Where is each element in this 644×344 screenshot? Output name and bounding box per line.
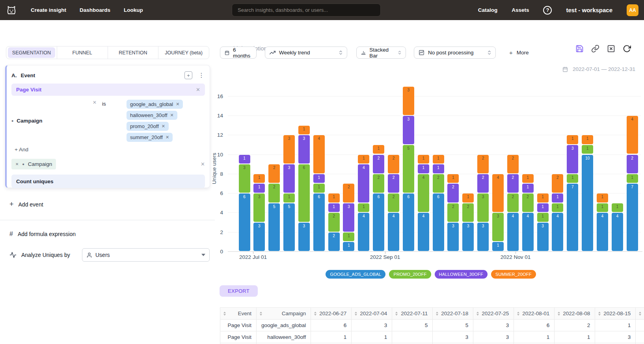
bar-segment-google_ads_global[interactable]: 3 — [537, 223, 549, 251]
bar-segment-summer_20off[interactable]: 1 — [582, 135, 593, 144]
legend-chip-summer_20off[interactable]: SUMMER_20OFF — [491, 270, 536, 279]
bar-segment-google_ads_global[interactable]: 7 — [567, 184, 578, 251]
bar-segment-summer_20off[interactable]: 1 — [433, 155, 444, 164]
date-range-button[interactable]: 6 months — [220, 46, 257, 59]
legend-chip-google_ads_global[interactable]: GOOGLE_ADS_GLOBAL — [326, 270, 385, 279]
filter-operator[interactable]: is — [102, 100, 127, 142]
nav-assets[interactable]: Assets — [512, 7, 529, 13]
bar-segment-summer_20off[interactable]: 2 — [507, 155, 519, 173]
search-input[interactable] — [232, 4, 381, 17]
bar-segment-promo_20off[interactable]: 1 — [358, 203, 369, 212]
post-processing-select[interactable]: No post processing — [414, 46, 496, 59]
sort-icon[interactable] — [355, 312, 357, 316]
table-header-2022-06-27[interactable]: 2022-06-27 — [311, 308, 352, 320]
chart-type-select[interactable]: Stacked Bar — [356, 46, 406, 59]
bar-segment-google_ads_global[interactable]: 10 — [582, 155, 593, 251]
remove-filter-icon[interactable]: ✕ — [93, 100, 97, 142]
analyze-by-select[interactable]: Users — [82, 248, 210, 262]
bar-segment-google_ads_global[interactable]: 6 — [239, 193, 250, 251]
remove-value-icon[interactable]: ✕ — [162, 124, 165, 129]
tab-segmentation[interactable]: SEGMENTATION — [6, 46, 57, 59]
table-header-2022-07-25[interactable]: 2022-07-25 — [473, 308, 514, 320]
bar-segment-summer_20off[interactable]: 4 — [627, 116, 638, 154]
user-avatar[interactable]: AA — [627, 4, 638, 16]
bar-segment-google_ads_global[interactable]: 3 — [298, 223, 310, 251]
bar-segment-halloween_30off[interactable]: 4 — [358, 164, 369, 203]
bar-segment-halloween_30off[interactable]: 1 — [253, 184, 265, 193]
nav-lookup[interactable]: Lookup — [124, 7, 143, 13]
bar-segment-promo_20off[interactable]: 1 — [597, 203, 608, 212]
bar-segment-summer_20off[interactable]: 4 — [492, 174, 504, 212]
filter-property[interactable]: Campaign — [17, 118, 42, 124]
sort-icon[interactable] — [223, 312, 226, 316]
app-logo-cat-icon[interactable] — [6, 4, 17, 16]
bar-segment-google_ads_global[interactable]: 4 — [388, 213, 399, 251]
bar-segment-halloween_30off[interactable]: 1 — [239, 155, 250, 164]
table-header-2022-08-22[interactable]: 2022-08-22 — [636, 308, 644, 320]
bar-segment-summer_20off[interactable]: 2 — [477, 155, 489, 173]
table-header-2022-07-18[interactable]: 2022-07-18 — [433, 308, 473, 320]
bar-segment-google_ads_global[interactable]: 4 — [522, 213, 534, 251]
bar-segment-halloween_30off[interactable]: 2 — [388, 174, 399, 193]
export-button[interactable]: EXPORT — [220, 285, 258, 297]
bar-segment-halloween_30off[interactable]: 1 — [433, 164, 444, 173]
bar-segment-summer_20off[interactable]: 1 — [597, 193, 608, 203]
bar-segment-promo_20off[interactable]: 2 — [447, 203, 459, 222]
bar-segment-promo_20off[interactable]: 1 — [582, 145, 593, 154]
bar-segment-google_ads_global[interactable]: 6 — [313, 193, 325, 251]
bar-segment-promo_20off[interactable]: 1 — [567, 174, 578, 183]
bar-segment-halloween_30off[interactable]: 3 — [298, 135, 310, 164]
remove-value-icon[interactable]: ✕ — [176, 102, 179, 107]
remove-breakdown-row-icon[interactable]: ✕ — [201, 161, 205, 167]
table-header-2022-07-04[interactable]: 2022-07-04 — [352, 308, 392, 320]
bar-segment-promo_20off[interactable]: 3 — [239, 164, 250, 193]
bar-segment-summer_20off[interactable]: 1 — [567, 135, 578, 144]
bar-segment-summer_20off[interactable]: 2 — [343, 184, 354, 202]
bar-segment-promo_20off[interactable]: 3 — [492, 213, 504, 241]
bar-segment-promo_20off[interactable]: 2 — [388, 193, 399, 212]
bar-segment-google_ads_global[interactable]: 4 — [507, 213, 519, 251]
table-header-2022-07-11[interactable]: 2022-07-11 — [392, 308, 433, 320]
bar-segment-google_ads_global[interactable]: 3 — [462, 223, 474, 251]
add-formula-button[interactable]: # Add formula expression — [9, 231, 76, 238]
legend-chip-halloween_30off[interactable]: HALLOWEEN_30OFF — [435, 270, 488, 279]
share-link-icon[interactable] — [590, 43, 600, 54]
sort-icon[interactable] — [558, 312, 560, 316]
breakdown-chip[interactable]: ✕ • Campaign — [11, 159, 56, 169]
remove-event-icon[interactable]: ✕ — [196, 87, 200, 93]
bar-segment-google_ads_global[interactable]: 1 — [343, 242, 354, 251]
bar-segment-promo_20off[interactable]: 1 — [537, 213, 549, 222]
remove-value-icon[interactable]: ✕ — [166, 135, 169, 140]
bar-segment-halloween_30off[interactable]: 2 — [447, 184, 459, 202]
sort-icon[interactable] — [395, 312, 398, 316]
bar-segment-halloween_30off[interactable]: 2 — [477, 174, 489, 193]
add-filter-icon[interactable]: + — [184, 71, 192, 79]
bar-segment-summer_20off[interactable]: 3 — [283, 135, 295, 164]
sort-icon[interactable] — [260, 312, 262, 316]
bar-segment-summer_20off[interactable]: 1 — [298, 126, 310, 135]
bar-segment-summer_20off[interactable]: 2 — [268, 164, 280, 183]
bar-segment-summer_20off[interactable]: 1 — [447, 174, 459, 183]
table-header-2022-08-08[interactable]: 2022-08-08 — [555, 308, 595, 320]
bar-segment-promo_20off[interactable]: 1 — [627, 174, 638, 183]
bar-segment-google_ads_global[interactable]: 4 — [597, 213, 608, 251]
bar-segment-google_ads_global[interactable]: 3 — [477, 223, 489, 251]
bar-segment-halloween_30off[interactable]: 3 — [403, 116, 414, 144]
legend-chip-promo_20off[interactable]: PROMO_20OFF — [389, 270, 431, 279]
sort-icon[interactable] — [436, 312, 438, 316]
bar-segment-summer_20off[interactable]: 2 — [552, 174, 563, 193]
bar-segment-promo_20off[interactable]: 6 — [298, 164, 310, 222]
help-icon[interactable]: ? — [543, 6, 552, 15]
add-event-button[interactable]: + Add event — [9, 200, 43, 208]
bar-segment-promo_20off[interactable]: 1 — [283, 193, 295, 203]
bar-segment-google_ads_global[interactable]: 4 — [552, 213, 563, 251]
bar-segment-halloween_30off[interactable]: 3 — [567, 145, 578, 173]
card-menu-icon[interactable]: ⋮ — [198, 72, 205, 79]
bar-segment-halloween_30off[interactable]: 2 — [507, 174, 519, 193]
tab-journey[interactable]: JOURNEY (beta) — [158, 46, 209, 59]
sort-icon[interactable] — [476, 312, 479, 316]
bar-segment-halloween_30off[interactable]: 1 — [313, 174, 325, 183]
bar-segment-promo_20off[interactable]: 2 — [268, 184, 280, 202]
bar-segment-google_ads_global[interactable]: 5 — [268, 203, 280, 251]
bar-segment-promo_20off[interactable]: 3 — [477, 193, 489, 222]
